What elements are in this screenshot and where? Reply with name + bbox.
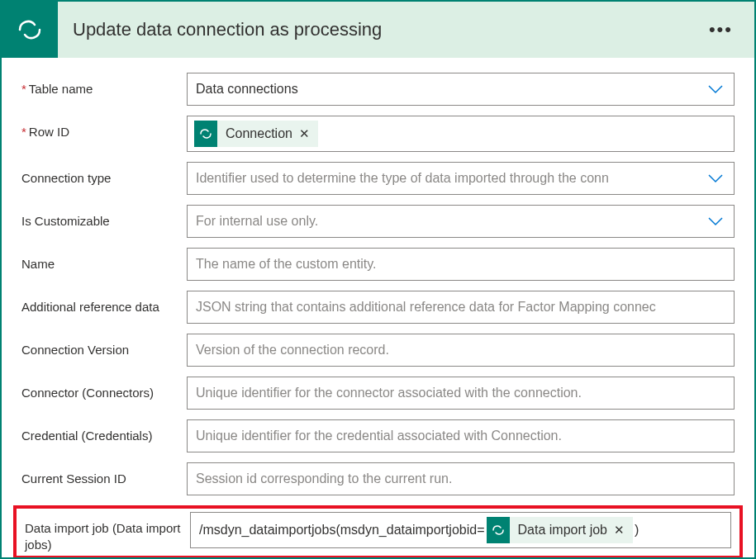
value-table-name: Data connections xyxy=(196,82,298,97)
token-connection[interactable]: Connection ✕ xyxy=(194,121,318,147)
chevron-down-icon xyxy=(707,173,724,183)
token-remove-icon[interactable]: ✕ xyxy=(612,521,626,539)
card-header: Update data connection as processing ••• xyxy=(2,2,754,58)
field-credential: Credential (Credentials) Unique identifi… xyxy=(21,419,735,452)
field-connector: Connector (Connectors) Unique identifier… xyxy=(21,377,735,410)
label-row-id: *Row ID xyxy=(21,116,187,140)
highlight-data-import-job: Data import job (Data import jobs) /msdy… xyxy=(13,505,743,559)
input-credential[interactable]: Unique identifier for the credential ass… xyxy=(187,419,735,452)
expr-suffix: ) xyxy=(635,523,639,538)
token-data-import-job[interactable]: Data import job ✕ xyxy=(487,517,634,543)
dataverse-icon xyxy=(194,121,217,147)
placeholder-credential: Unique identifier for the credential ass… xyxy=(196,429,725,443)
placeholder-connector: Unique identifier for the connector asso… xyxy=(196,386,725,400)
label-connection-type: Connection type xyxy=(21,162,187,187)
input-table-name[interactable]: Data connections xyxy=(187,73,735,106)
field-current-session: Current Session ID Session id correspond… xyxy=(21,462,735,495)
placeholder-additional-ref: JSON string that contains additional ref… xyxy=(196,300,725,315)
dataverse-icon xyxy=(2,2,58,58)
card-title: Update data connection as processing xyxy=(58,19,704,40)
input-additional-ref[interactable]: JSON string that contains additional ref… xyxy=(187,291,735,324)
token-label: Data import job xyxy=(510,523,613,538)
chevron-down-icon xyxy=(707,84,724,94)
token-label: Connection xyxy=(217,126,297,141)
field-is-customizable: Is Customizable For internal use only. xyxy=(21,205,735,238)
expr-prefix: /msdyn_dataimportjobs(msdyn_dataimportjo… xyxy=(199,523,485,538)
field-row-id: *Row ID Connection ✕ xyxy=(21,116,735,152)
placeholder-connection-version: Version of the connection record. xyxy=(196,343,725,358)
placeholder-is-customizable: For internal use only. xyxy=(196,214,699,229)
label-connection-version: Connection Version xyxy=(21,334,187,358)
input-current-session[interactable]: Session id corresponding to the current … xyxy=(187,462,735,495)
placeholder-connection-type: Identifier used to determine the type of… xyxy=(196,171,699,186)
label-additional-ref: Additional reference data xyxy=(21,291,187,315)
input-connection-version[interactable]: Version of the connection record. xyxy=(187,334,735,367)
field-connection-type: Connection type Identifier used to deter… xyxy=(21,162,735,195)
field-name: Name The name of the custom entity. xyxy=(21,248,735,281)
field-connection-version: Connection Version Version of the connec… xyxy=(21,334,735,367)
form-body: *Table name Data connections *Row ID Con… xyxy=(2,58,754,559)
field-table-name: *Table name Data connections xyxy=(21,73,735,106)
token-remove-icon[interactable]: ✕ xyxy=(297,125,311,143)
input-name[interactable]: The name of the custom entity. xyxy=(187,248,735,281)
input-connector[interactable]: Unique identifier for the connector asso… xyxy=(187,377,735,410)
input-data-import-job[interactable]: /msdyn_dataimportjobs(msdyn_dataimportjo… xyxy=(190,512,731,548)
placeholder-current-session: Session id corresponding to the current … xyxy=(196,471,725,486)
field-additional-ref: Additional reference data JSON string th… xyxy=(21,291,735,324)
dataverse-icon xyxy=(487,517,510,543)
more-menu-icon[interactable]: ••• xyxy=(704,14,738,45)
label-data-import-job: Data import job (Data import jobs) xyxy=(25,512,190,552)
field-data-import-job: Data import job (Data import jobs) /msdy… xyxy=(25,512,731,552)
input-connection-type[interactable]: Identifier used to determine the type of… xyxy=(187,162,735,195)
label-is-customizable: Is Customizable xyxy=(21,205,187,230)
label-connector: Connector (Connectors) xyxy=(21,377,187,401)
placeholder-name: The name of the custom entity. xyxy=(196,257,725,272)
label-table-name: *Table name xyxy=(21,73,187,97)
input-is-customizable[interactable]: For internal use only. xyxy=(187,205,735,238)
label-credential: Credential (Credentials) xyxy=(21,419,187,444)
input-row-id[interactable]: Connection ✕ xyxy=(187,116,735,152)
label-current-session: Current Session ID xyxy=(21,462,187,487)
chevron-down-icon xyxy=(707,216,724,226)
label-name: Name xyxy=(21,248,187,272)
